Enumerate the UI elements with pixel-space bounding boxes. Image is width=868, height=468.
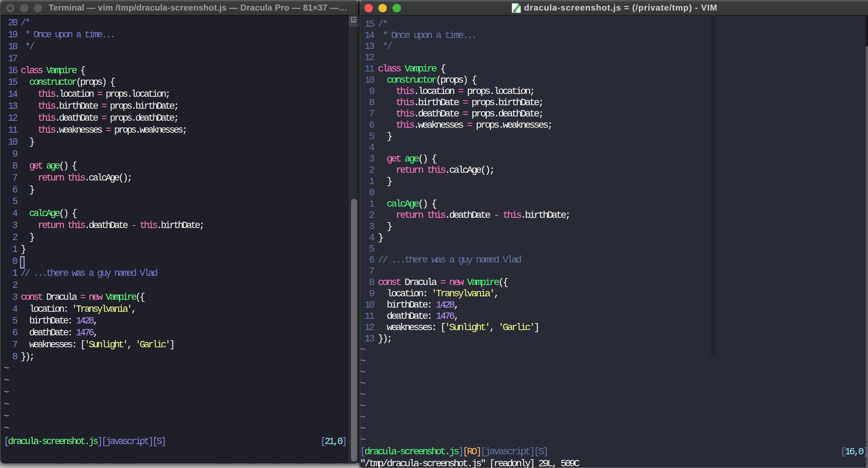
svg-text:JS: JS [513, 10, 517, 14]
